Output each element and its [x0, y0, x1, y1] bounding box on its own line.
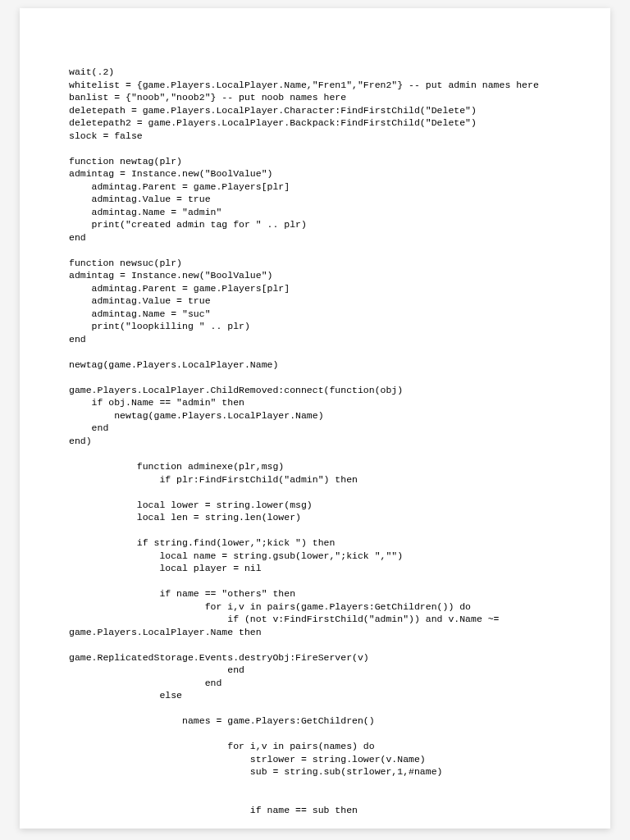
- document-page: wait(.2) whitelist = {game.Players.Local…: [20, 8, 610, 829]
- code-content: wait(.2) whitelist = {game.Players.Local…: [69, 66, 561, 816]
